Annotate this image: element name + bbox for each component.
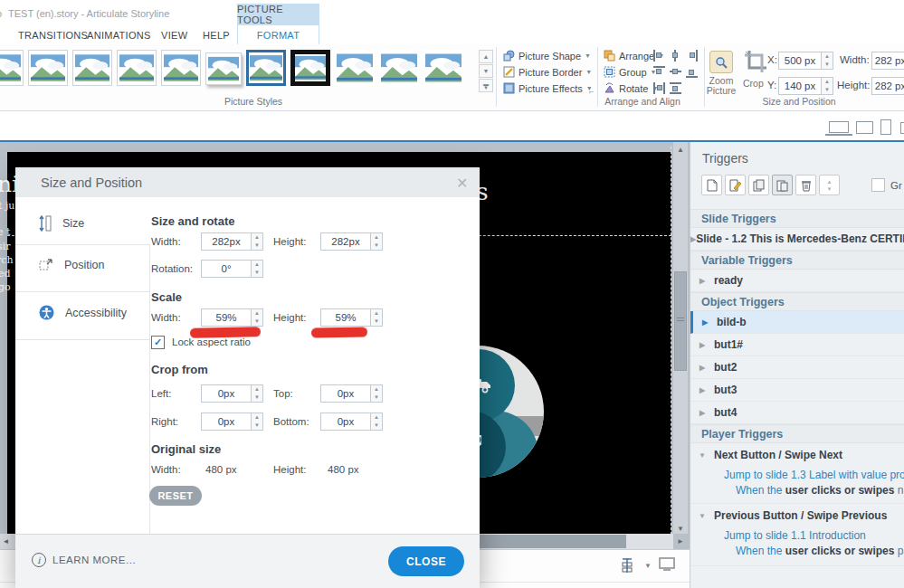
group-triggers-checkbox[interactable]: [871, 178, 885, 192]
expand-caret-icon[interactable]: ▶: [690, 341, 714, 349]
picture-style-thumb-selected[interactable]: [290, 50, 330, 86]
zoom-dropdown-icon[interactable]: ▼: [644, 562, 652, 570]
expand-caret-icon[interactable]: ▶: [690, 364, 714, 372]
new-trigger-button[interactable]: [701, 175, 722, 195]
ribbon-height-field[interactable]: 282 px: [871, 77, 904, 95]
learn-more-link[interactable]: i LEARN MORE...: [32, 553, 136, 567]
gallery-scroll-down-icon[interactable]: ▼: [479, 64, 493, 78]
vscroll-down-icon[interactable]: ▼: [673, 523, 688, 534]
scale-width-field[interactable]: 59% ▲▼: [201, 308, 263, 327]
tab-animations[interactable]: ANIMATIONS: [87, 30, 151, 41]
size-height-field[interactable]: 282px ▲▼: [320, 232, 383, 251]
size-width-field[interactable]: 282px ▲▼: [201, 232, 263, 251]
expand-caret-icon[interactable]: ▶: [690, 277, 714, 285]
tab-transitions[interactable]: TRANSITIONS: [18, 30, 88, 41]
picture-style-thumb[interactable]: [0, 50, 24, 86]
collapse-caret-icon[interactable]: ▼: [690, 512, 714, 520]
align-left-icon[interactable]: [653, 50, 665, 62]
picture-style-thumb[interactable]: [28, 50, 68, 86]
crop-right-spinner[interactable]: ▲▼: [252, 413, 263, 431]
crop-bottom-field[interactable]: 0px ▲▼: [320, 413, 383, 431]
trigger-action-next[interactable]: Jump to slide 1.3 Label with value propo…: [724, 469, 904, 481]
vscroll-thumb[interactable]: [674, 271, 687, 371]
close-button[interactable]: CLOSE: [388, 546, 464, 576]
picture-style-thumb[interactable]: [205, 52, 242, 85]
align-center-icon[interactable]: [670, 50, 681, 62]
trigger-item-bild-b[interactable]: ▶ bild-b: [690, 311, 904, 334]
crop-left-spinner[interactable]: ▲▼: [252, 384, 263, 403]
expand-caret-icon[interactable]: ▶: [690, 386, 714, 394]
align-objects-icon[interactable]: [619, 557, 635, 577]
reset-button[interactable]: RESET: [149, 486, 202, 506]
dialog-nav-size[interactable]: Size: [39, 215, 84, 232]
gallery-scroll-up-icon[interactable]: ▲: [479, 50, 493, 63]
x-field[interactable]: 500 px ▲▼: [778, 52, 833, 70]
align-bottom-icon[interactable]: [686, 66, 698, 78]
device-phone-icon[interactable]: [900, 122, 904, 134]
lock-aspect-ratio-checkbox[interactable]: ✓: [151, 336, 165, 349]
picture-border-button[interactable]: Picture Border▼: [503, 66, 592, 78]
hscroll-right-icon[interactable]: ►: [673, 536, 688, 547]
contextual-tab-picture-tools[interactable]: PICTURE TOOLS: [237, 4, 319, 25]
when-next-link[interactable]: next: [898, 484, 904, 497]
paste-trigger-button[interactable]: [772, 175, 793, 195]
picture-style-thumb[interactable]: [72, 50, 112, 86]
delete-trigger-button[interactable]: [795, 175, 816, 195]
edit-trigger-button[interactable]: [725, 175, 746, 195]
zoom-picture-button[interactable]: [709, 51, 733, 73]
crop-right-field[interactable]: 0px ▲▼: [201, 413, 263, 431]
x-spinner[interactable]: ▲▼: [822, 52, 833, 70]
rotation-field[interactable]: 0° ▲▼: [201, 260, 263, 278]
expand-caret-icon[interactable]: ▶: [690, 409, 714, 417]
crop-button[interactable]: [744, 50, 767, 79]
trigger-item-slide-12[interactable]: ▶ Slide - 1.2 This is Mercedes-Benz CERT…: [690, 228, 904, 251]
dialog-launcher-icon[interactable]: ⌐: [589, 87, 594, 96]
crop-left-field[interactable]: 0px ▲▼: [201, 384, 263, 403]
device-tablet-portrait-icon[interactable]: [880, 119, 891, 135]
dialog-close-icon[interactable]: ✕: [456, 175, 468, 192]
trigger-item-next-button[interactable]: ▼ Next Button / Swipe Next: [690, 443, 904, 467]
scale-height-field[interactable]: 59% ▲▼: [320, 308, 383, 327]
device-desktop-icon[interactable]: [829, 121, 849, 133]
distribute-vertical-icon[interactable]: [670, 82, 681, 94]
trigger-item-but3[interactable]: ▶ but3: [690, 379, 904, 402]
group-button[interactable]: Group▼: [604, 66, 657, 78]
rotation-spinner[interactable]: ▲▼: [252, 260, 263, 278]
picture-style-thumb[interactable]: [246, 50, 286, 86]
picture-style-thumb[interactable]: [161, 50, 201, 86]
tab-format[interactable]: FORMAT: [237, 25, 319, 44]
y-spinner[interactable]: ▲▼: [822, 77, 833, 95]
dialog-titlebar[interactable]: Size and Position: [15, 167, 480, 197]
gallery-expand-icon[interactable]: ▬▼: [479, 79, 493, 92]
reorder-trigger-spinner[interactable]: ▲▼: [819, 175, 840, 195]
ribbon-width-field[interactable]: 282 px: [871, 52, 904, 70]
dialog-nav-position[interactable]: Position: [39, 258, 104, 272]
tab-help[interactable]: HELP: [203, 30, 230, 41]
trigger-item-ready[interactable]: ▶ ready: [690, 270, 904, 292]
size-width-spinner[interactable]: ▲▼: [252, 232, 263, 251]
align-middle-icon[interactable]: [670, 66, 681, 78]
picture-effects-button[interactable]: Picture Effects▼: [503, 82, 593, 94]
picture-style-thumb[interactable]: [117, 50, 157, 86]
collapse-caret-icon[interactable]: ▼: [690, 451, 714, 460]
trigger-item-but4[interactable]: ▶ but4: [690, 402, 904, 424]
copy-trigger-button[interactable]: [748, 175, 769, 195]
picture-shape-button[interactable]: Picture Shape▼: [503, 50, 591, 62]
scale-width-spinner[interactable]: ▲▼: [252, 308, 263, 327]
trigger-action-previous[interactable]: Jump to slide 1.1 Introduction: [724, 529, 866, 542]
picture-style-thumb[interactable]: [423, 50, 463, 86]
dialog-nav-accessibility[interactable]: Accessibility: [39, 305, 127, 320]
distribute-horizontal-icon[interactable]: [653, 82, 665, 94]
expand-caret-icon[interactable]: ▶: [693, 318, 717, 327]
y-field[interactable]: 140 px ▲▼: [778, 77, 833, 95]
device-tablet-landscape-icon[interactable]: [856, 121, 873, 134]
hscroll-left-icon[interactable]: ◄: [0, 536, 12, 547]
trigger-item-but2[interactable]: ▶ but2: [690, 356, 904, 379]
vscroll-up-icon[interactable]: ▲: [673, 144, 688, 155]
crop-top-field[interactable]: 0px ▲▼: [320, 384, 383, 403]
when-previous-link[interactable]: previous: [898, 545, 904, 557]
picture-style-thumb[interactable]: [335, 50, 375, 86]
crop-top-spinner[interactable]: ▲▼: [371, 384, 383, 403]
size-height-spinner[interactable]: ▲▼: [371, 232, 383, 251]
fit-window-icon[interactable]: [659, 557, 675, 575]
